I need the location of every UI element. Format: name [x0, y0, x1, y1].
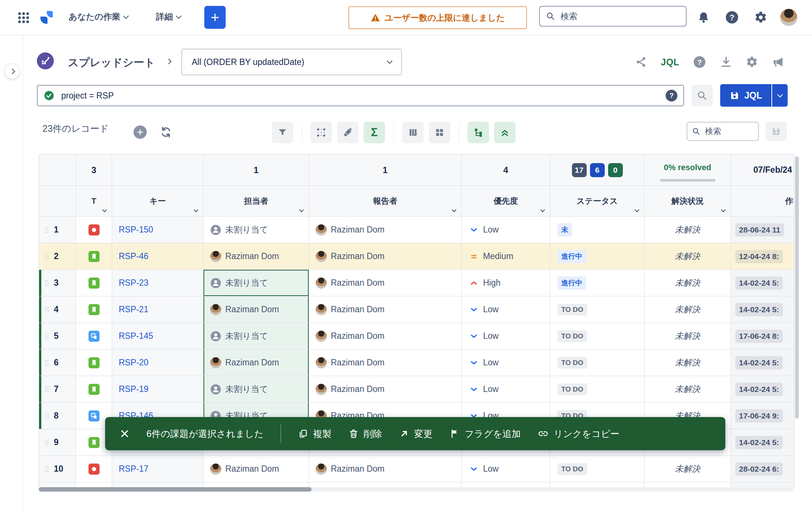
- issue-key-link[interactable]: RSP-17: [119, 464, 149, 474]
- nav-your-work[interactable]: あなたの作業: [69, 11, 128, 23]
- status-cell[interactable]: 未: [550, 217, 645, 243]
- status-cell[interactable]: 進行中: [550, 270, 645, 296]
- filter-button[interactable]: [272, 122, 293, 143]
- drag-handle-icon[interactable]: [44, 226, 49, 234]
- user-limit-warning-banner[interactable]: ユーザー数の上限に達しました: [348, 6, 527, 29]
- resolution-cell[interactable]: 未解決: [645, 323, 731, 350]
- created-cell[interactable]: 14-02-24 5:: [731, 429, 794, 456]
- resolution-cell[interactable]: 未解決: [645, 350, 731, 376]
- share-icon[interactable]: [635, 56, 648, 68]
- save-jql-dropdown[interactable]: [772, 84, 788, 107]
- change-button[interactable]: 変更: [399, 428, 433, 440]
- help-circle-icon[interactable]: ?: [693, 55, 707, 69]
- header-reporter[interactable]: 報告者: [309, 186, 462, 217]
- resolution-cell[interactable]: 未解決: [645, 376, 731, 403]
- resolution-cell[interactable]: 未解決: [645, 456, 731, 482]
- save-view-button[interactable]: [766, 122, 787, 141]
- resolution-cell[interactable]: 未解決: [645, 296, 731, 323]
- created-cell[interactable]: 28-02-24 6:: [731, 456, 794, 482]
- header-priority[interactable]: 優先度: [462, 186, 550, 217]
- status-cell[interactable]: TO DO: [550, 323, 645, 350]
- assignee-cell[interactable]: Raziman Dom: [204, 456, 309, 482]
- created-cell[interactable]: 14-02-24 5:: [731, 376, 794, 403]
- header-assignee[interactable]: 担当者: [204, 186, 309, 217]
- assignee-cell[interactable]: Raziman Dom: [204, 243, 309, 270]
- add-flag-button[interactable]: フラグを追加: [450, 428, 521, 440]
- create-button[interactable]: +: [204, 6, 226, 29]
- help-icon[interactable]: ?: [723, 9, 740, 26]
- vertical-scrollbar[interactable]: [795, 156, 799, 419]
- jira-logo[interactable]: [38, 9, 55, 26]
- user-avatar[interactable]: [780, 9, 797, 26]
- issue-key-link[interactable]: RSP-20: [119, 358, 149, 368]
- priority-cell[interactable]: Low: [462, 456, 550, 482]
- priority-cell[interactable]: Low: [462, 323, 550, 350]
- reporter-cell[interactable]: Raziman Dom: [309, 270, 462, 296]
- drag-handle-icon[interactable]: [44, 359, 49, 366]
- priority-cell[interactable]: Low: [462, 217, 550, 243]
- jql-help-icon[interactable]: ?: [666, 90, 677, 101]
- status-cell[interactable]: TO DO: [550, 296, 645, 323]
- table-search[interactable]: [687, 122, 759, 141]
- columns-button[interactable]: [402, 122, 424, 143]
- delete-button[interactable]: 削除: [348, 428, 382, 440]
- issue-key-link[interactable]: RSP-145: [119, 331, 153, 341]
- assignee-cell[interactable]: 未割り当て: [204, 323, 309, 350]
- hierarchy-button[interactable]: [468, 122, 489, 143]
- reporter-cell[interactable]: Raziman Dom: [309, 456, 462, 482]
- status-cell[interactable]: TO DO: [550, 456, 645, 482]
- reporter-cell[interactable]: Raziman Dom: [309, 376, 462, 403]
- gear-icon[interactable]: [752, 9, 769, 26]
- status-cell[interactable]: TO DO: [550, 376, 645, 403]
- gear-icon[interactable]: [746, 56, 758, 68]
- issue-key-link[interactable]: RSP-19: [119, 384, 149, 394]
- header-status[interactable]: ステータス: [550, 186, 645, 217]
- status-cell[interactable]: 進行中: [550, 243, 645, 270]
- assignee-cell-active[interactable]: 未割り当て: [204, 270, 309, 296]
- reporter-cell[interactable]: Raziman Dom: [309, 350, 462, 376]
- download-icon[interactable]: [720, 56, 732, 68]
- reporter-cell[interactable]: Raziman Dom: [309, 296, 462, 323]
- issue-key-link[interactable]: RSP-150: [119, 225, 153, 235]
- resolution-cell[interactable]: 未解決: [645, 217, 731, 243]
- issue-key-link[interactable]: RSP-46: [119, 251, 149, 261]
- header-type[interactable]: T: [76, 186, 112, 217]
- header-resolution[interactable]: 解決状況: [645, 186, 731, 217]
- created-cell[interactable]: 17-06-24 8:: [731, 323, 794, 350]
- header-key[interactable]: キー: [112, 186, 204, 217]
- status-cell[interactable]: TO DO: [550, 350, 645, 376]
- nav-more[interactable]: 詳細: [156, 11, 181, 23]
- drag-handle-icon[interactable]: [44, 279, 49, 287]
- duplicate-button[interactable]: 複製: [298, 428, 332, 440]
- drag-handle-icon[interactable]: [44, 386, 49, 393]
- drag-handle-icon[interactable]: [44, 465, 49, 473]
- created-cell[interactable]: 28-06-24 11: [731, 217, 794, 243]
- assignee-cell[interactable]: 未割り当て: [204, 217, 309, 243]
- created-cell[interactable]: 12-04-24 8:: [731, 243, 794, 270]
- drag-handle-icon[interactable]: [44, 439, 49, 446]
- drag-handle-icon[interactable]: [44, 412, 49, 420]
- expand-sidebar-button[interactable]: [4, 63, 20, 79]
- priority-cell[interactable]: Low: [462, 296, 550, 323]
- issue-key-link[interactable]: RSP-21: [119, 304, 149, 314]
- priority-cell[interactable]: Low: [462, 350, 550, 376]
- app-switcher-icon[interactable]: [15, 10, 32, 26]
- paintbrush-button[interactable]: [337, 122, 358, 143]
- collapse-all-button[interactable]: [494, 122, 516, 143]
- view-selector-dropdown[interactable]: All (ORDER BY updatedDate): [181, 49, 402, 75]
- created-cell[interactable]: 14-02-24 5:: [731, 296, 794, 323]
- global-search-input[interactable]: [560, 11, 680, 22]
- resolution-cell[interactable]: 未解決: [645, 243, 731, 270]
- bell-icon[interactable]: [695, 9, 712, 26]
- jql-query-bar[interactable]: project = RSP ?: [37, 85, 684, 106]
- jql-search-button[interactable]: [691, 85, 713, 106]
- assignee-cell[interactable]: 未割り当て: [204, 376, 309, 403]
- copy-link-button[interactable]: リンクをコピー: [538, 428, 620, 440]
- megaphone-icon[interactable]: [771, 55, 785, 69]
- created-cell[interactable]: 14-02-24 5:: [731, 350, 794, 376]
- reporter-cell[interactable]: Raziman Dom: [309, 323, 462, 350]
- drag-handle-icon[interactable]: [44, 253, 49, 260]
- selection-mode-button[interactable]: [310, 122, 332, 143]
- table-search-input[interactable]: [704, 126, 754, 137]
- drag-handle-icon[interactable]: [44, 333, 49, 340]
